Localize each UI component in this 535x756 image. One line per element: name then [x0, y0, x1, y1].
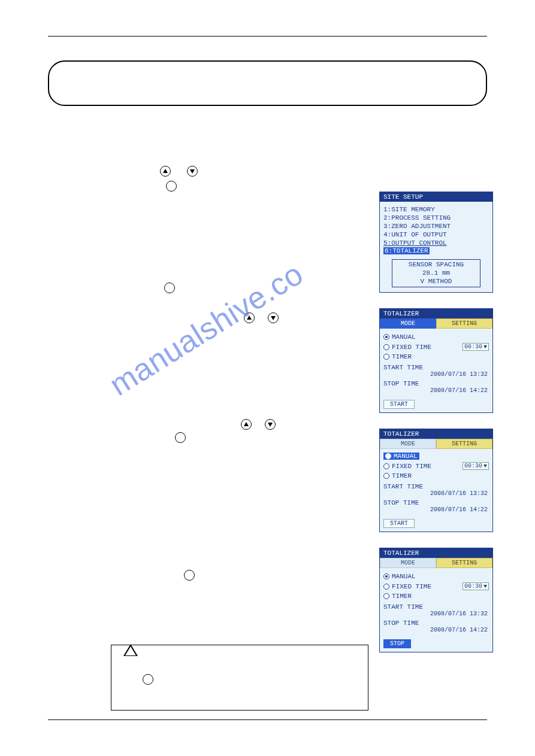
radio-label: TIMER: [392, 593, 412, 600]
radio-label: FIXED TIME: [392, 583, 431, 590]
radio-icon: [383, 334, 389, 340]
arrow-down-icon: [265, 419, 276, 430]
screen-title: TOTALIZER: [380, 548, 492, 558]
screens-column: SITE SETUP 1:SITE MEMORY 2:PROCESS SETTI…: [379, 192, 493, 668]
radio-icon: [383, 573, 389, 579]
start-button[interactable]: START: [383, 400, 415, 409]
sensor-line: SENSOR SPACING: [392, 261, 480, 269]
top-rule: [48, 36, 487, 37]
radio-icon: [383, 473, 389, 479]
arrow-up-icon: [244, 312, 255, 323]
tab-mode[interactable]: MODE: [380, 558, 436, 568]
sensor-line: V METHOD: [392, 278, 480, 286]
stop-time-label: STOP TIME: [383, 617, 489, 627]
radio-icon: [385, 453, 391, 459]
chevron-down-icon: [483, 345, 487, 348]
chevron-down-icon: [483, 464, 487, 467]
stop-time-value: 2008/07/16 14:22: [383, 506, 489, 513]
sensor-spacing-box: SENSOR SPACING 28.1 mm V METHOD: [392, 259, 480, 287]
dropdown-value: 00:30: [464, 583, 482, 590]
menu-item[interactable]: 4:UNIT OF OUTPUT: [383, 230, 489, 239]
radio-fixed-time[interactable]: FIXED TIME 00:30: [383, 342, 489, 352]
sensor-line: 28.1 mm: [392, 269, 480, 278]
tab-setting[interactable]: SETTING: [436, 558, 492, 568]
screen-site-setup: SITE SETUP 1:SITE MEMORY 2:PROCESS SETTI…: [379, 192, 493, 293]
start-time-value: 2008/07/16 13:32: [383, 490, 489, 497]
start-time-label: START TIME: [383, 601, 489, 611]
arrow-down-icon: [268, 312, 279, 323]
screen-totalizer-running: TOTALIZER MODE SETTING MANUAL FIXED TIME…: [379, 548, 493, 652]
arrow-up-icon: [241, 419, 252, 430]
radio-label: MANUAL: [392, 573, 416, 580]
fixed-time-dropdown[interactable]: 00:30: [463, 343, 489, 351]
radio-label: FIXED TIME: [392, 344, 431, 351]
stop-time-value: 2008/07/16 14:22: [383, 387, 489, 394]
radio-timer[interactable]: TIMER: [383, 352, 489, 362]
radio-manual[interactable]: MANUAL: [383, 332, 489, 342]
start-button[interactable]: START: [383, 519, 415, 528]
arrow-up-icon: [160, 166, 171, 177]
radio-manual-selected[interactable]: MANUAL: [383, 453, 419, 460]
dropdown-value: 00:30: [464, 463, 482, 469]
tabs: MODE SETTING: [380, 558, 492, 568]
radio-label: FIXED TIME: [392, 463, 431, 470]
radio-icon: [383, 344, 389, 350]
screen-title: SITE SETUP: [380, 192, 492, 202]
radio-fixed-time[interactable]: FIXED TIME 00:30: [383, 461, 489, 471]
key-icon: [166, 181, 177, 192]
stop-button[interactable]: STOP: [383, 639, 411, 648]
radio-timer[interactable]: TIMER: [383, 471, 489, 481]
tab-mode[interactable]: MODE: [380, 439, 436, 449]
caution-box: [111, 645, 368, 711]
menu-item[interactable]: 2:PROCESS SETTING: [383, 214, 489, 222]
radio-manual[interactable]: MANUAL: [383, 572, 489, 581]
screen-title: TOTALIZER: [380, 429, 492, 439]
menu-item[interactable]: 1:SITE MEMORY: [383, 205, 489, 214]
fixed-time-dropdown[interactable]: 00:30: [463, 462, 489, 470]
fixed-time-dropdown[interactable]: 00:30: [463, 582, 489, 590]
tab-setting[interactable]: SETTING: [436, 439, 492, 449]
tabs: MODE SETTING: [380, 318, 492, 329]
stop-time-value: 2008/07/16 14:22: [383, 627, 489, 633]
radio-icon: [383, 584, 389, 590]
radio-icon: [383, 593, 389, 599]
radio-timer[interactable]: TIMER: [383, 591, 489, 601]
dropdown-value: 00:30: [464, 344, 482, 350]
arrow-down-icon: [187, 166, 198, 177]
key-icon: [143, 674, 153, 685]
start-time-label: START TIME: [383, 481, 489, 490]
tabs: MODE SETTING: [380, 439, 492, 449]
screen-totalizer-mode: TOTALIZER MODE SETTING MANUAL FIXED TIME…: [379, 308, 493, 413]
key-icon: [164, 283, 175, 293]
radio-icon: [383, 463, 389, 469]
note-box: [48, 60, 487, 106]
radio-fixed-time[interactable]: FIXED TIME 00:30: [383, 581, 489, 591]
tab-mode[interactable]: MODE: [380, 318, 436, 329]
stop-time-label: STOP TIME: [383, 378, 489, 387]
radio-label: MANUAL: [394, 453, 418, 460]
bottom-rule: [48, 719, 487, 720]
menu-item-selected[interactable]: 6:TOTALIZER: [383, 247, 430, 254]
radio-label: TIMER: [392, 353, 412, 360]
start-time-label: START TIME: [383, 362, 489, 371]
warning-icon: [123, 644, 138, 656]
key-icon: [184, 570, 195, 581]
chevron-down-icon: [483, 585, 487, 588]
start-time-value: 2008/07/16 13:32: [383, 371, 489, 378]
start-time-value: 2008/07/16 13:32: [383, 611, 489, 617]
screen-title: TOTALIZER: [380, 309, 492, 318]
screen-totalizer-manual-selected: TOTALIZER MODE SETTING MANUAL FIXED TIME…: [379, 429, 493, 532]
menu-item[interactable]: 3:ZERO ADJUSTMENT: [383, 222, 489, 230]
key-icon: [175, 432, 186, 443]
tab-setting[interactable]: SETTING: [436, 318, 492, 329]
radio-icon: [383, 354, 389, 360]
radio-label: TIMER: [392, 472, 412, 479]
menu-item[interactable]: 5:OUTPUT CONTROL: [383, 239, 489, 247]
radio-label: MANUAL: [392, 333, 416, 341]
stop-time-label: STOP TIME: [383, 497, 489, 506]
